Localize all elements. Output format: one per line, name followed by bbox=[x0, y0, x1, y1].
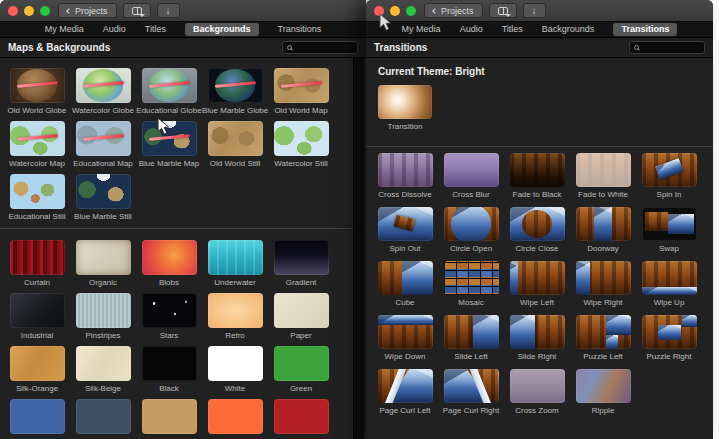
transition-item[interactable]: Fade to White bbox=[570, 153, 636, 200]
background-item[interactable]: Black bbox=[136, 346, 202, 394]
transition-thumbnail[interactable] bbox=[510, 153, 565, 187]
transition-item[interactable]: Puzzle Left bbox=[570, 315, 636, 362]
transition-item[interactable]: Cross Blur bbox=[438, 153, 504, 200]
media-browser-button[interactable] bbox=[123, 3, 151, 18]
background-thumbnail[interactable] bbox=[76, 240, 131, 275]
transition-item[interactable]: Page Curl Right bbox=[438, 369, 504, 416]
transition-item[interactable]: Swap bbox=[636, 207, 702, 254]
background-thumbnail[interactable] bbox=[76, 293, 131, 328]
transition-thumbnail[interactable] bbox=[444, 315, 499, 349]
transition-item[interactable]: Slide Right bbox=[504, 315, 570, 362]
map-thumbnail[interactable] bbox=[10, 68, 65, 103]
transition-item[interactable]: Fade to Black bbox=[504, 153, 570, 200]
map-thumbnail[interactable] bbox=[208, 121, 263, 156]
search-field[interactable] bbox=[282, 41, 358, 54]
map-item[interactable]: Old World Globe bbox=[4, 68, 70, 116]
background-item[interactable]: Industrial bbox=[4, 293, 70, 341]
back-projects-button[interactable]: Projects bbox=[424, 3, 483, 18]
background-thumbnail[interactable] bbox=[274, 346, 329, 381]
transition-thumbnail[interactable] bbox=[378, 369, 433, 403]
import-media-button[interactable]: ↓ bbox=[523, 3, 546, 18]
background-item[interactable]: Gradient bbox=[268, 240, 334, 288]
background-thumbnail[interactable] bbox=[208, 293, 263, 328]
background-item[interactable]: Paper bbox=[268, 293, 334, 341]
transition-thumbnail[interactable] bbox=[444, 261, 499, 295]
tab-my-media[interactable]: My Media bbox=[402, 23, 441, 36]
map-thumbnail[interactable] bbox=[76, 174, 131, 209]
search-field[interactable] bbox=[629, 41, 705, 54]
transition-item[interactable]: Mosaic bbox=[438, 261, 504, 308]
background-thumbnail[interactable] bbox=[10, 399, 65, 434]
zoom-button[interactable] bbox=[406, 6, 416, 16]
background-item[interactable] bbox=[136, 399, 202, 434]
transition-thumbnail[interactable] bbox=[378, 153, 433, 187]
transition-thumbnail[interactable] bbox=[576, 369, 631, 403]
background-thumbnail[interactable] bbox=[76, 346, 131, 381]
map-thumbnail[interactable] bbox=[274, 68, 329, 103]
search-input[interactable] bbox=[642, 43, 700, 52]
tab-audio[interactable]: Audio bbox=[460, 23, 483, 36]
transition-thumbnail[interactable] bbox=[378, 85, 432, 119]
tab-titles[interactable]: Titles bbox=[502, 23, 523, 36]
transition-thumbnail[interactable] bbox=[378, 261, 433, 295]
map-item[interactable]: Blue Marble Still bbox=[70, 174, 136, 222]
transition-thumbnail[interactable] bbox=[576, 261, 631, 295]
background-item[interactable]: Underwater bbox=[202, 240, 268, 288]
background-item[interactable] bbox=[202, 399, 268, 434]
transition-item[interactable]: Cube bbox=[372, 261, 438, 308]
transition-item[interactable]: Circle Open bbox=[438, 207, 504, 254]
theme-transition-item[interactable]: Transition bbox=[372, 85, 438, 132]
transition-thumbnail[interactable] bbox=[444, 207, 499, 241]
close-button[interactable] bbox=[8, 6, 18, 16]
map-item[interactable]: Old World Map bbox=[268, 68, 334, 116]
map-thumbnail[interactable] bbox=[10, 121, 65, 156]
map-item[interactable]: Educational Still bbox=[4, 174, 70, 222]
background-item[interactable]: Silk-Orange bbox=[4, 346, 70, 394]
background-item[interactable]: Silk-Beige bbox=[70, 346, 136, 394]
map-item[interactable]: Watercolor Still bbox=[268, 121, 334, 169]
minimize-button[interactable] bbox=[24, 6, 34, 16]
background-item[interactable]: Curtain bbox=[4, 240, 70, 288]
transition-thumbnail[interactable] bbox=[642, 153, 697, 187]
map-thumbnail[interactable] bbox=[208, 68, 263, 103]
transition-thumbnail[interactable] bbox=[510, 369, 565, 403]
background-thumbnail[interactable] bbox=[142, 240, 197, 275]
transition-thumbnail[interactable] bbox=[444, 153, 499, 187]
transition-thumbnail[interactable] bbox=[378, 207, 433, 241]
background-thumbnail[interactable] bbox=[142, 399, 197, 434]
background-thumbnail[interactable] bbox=[76, 399, 131, 434]
transition-thumbnail[interactable] bbox=[378, 315, 433, 349]
transition-item[interactable]: Cross Zoom bbox=[504, 369, 570, 416]
map-thumbnail[interactable] bbox=[142, 68, 197, 103]
map-item[interactable]: Blue Marble Globe bbox=[202, 68, 268, 116]
transition-item[interactable]: Wipe Down bbox=[372, 315, 438, 362]
transition-item[interactable]: Spin Out bbox=[372, 207, 438, 254]
transition-thumbnail[interactable] bbox=[576, 315, 631, 349]
map-thumbnail[interactable] bbox=[10, 174, 65, 209]
transition-item[interactable]: Wipe Up bbox=[636, 261, 702, 308]
transition-item[interactable]: Cross Dissolve bbox=[372, 153, 438, 200]
background-item[interactable]: Blobs bbox=[136, 240, 202, 288]
tab-backgrounds[interactable]: Backgrounds bbox=[542, 23, 595, 36]
transition-item[interactable]: Slide Left bbox=[438, 315, 504, 362]
transition-item[interactable]: Ripple bbox=[570, 369, 636, 416]
scrollbar-track[interactable] bbox=[353, 58, 364, 439]
background-thumbnail[interactable] bbox=[274, 399, 329, 434]
background-thumbnail[interactable] bbox=[10, 240, 65, 275]
background-thumbnail[interactable] bbox=[274, 293, 329, 328]
transition-item[interactable]: Spin In bbox=[636, 153, 702, 200]
background-item[interactable]: White bbox=[202, 346, 268, 394]
transition-thumbnail[interactable] bbox=[642, 261, 697, 295]
background-item[interactable]: Pinstripes bbox=[70, 293, 136, 341]
transition-thumbnail[interactable] bbox=[576, 153, 631, 187]
transition-item[interactable]: Page Curl Left bbox=[372, 369, 438, 416]
map-item[interactable]: Educational Map bbox=[70, 121, 136, 169]
tab-backgrounds[interactable]: Backgrounds bbox=[185, 23, 259, 36]
background-item[interactable] bbox=[268, 399, 334, 434]
map-thumbnail[interactable] bbox=[274, 121, 329, 156]
background-item[interactable] bbox=[4, 399, 70, 434]
background-thumbnail[interactable] bbox=[208, 240, 263, 275]
transition-item[interactable]: Puzzle Right bbox=[636, 315, 702, 362]
background-thumbnail[interactable] bbox=[274, 240, 329, 275]
transition-item[interactable]: Wipe Right bbox=[570, 261, 636, 308]
